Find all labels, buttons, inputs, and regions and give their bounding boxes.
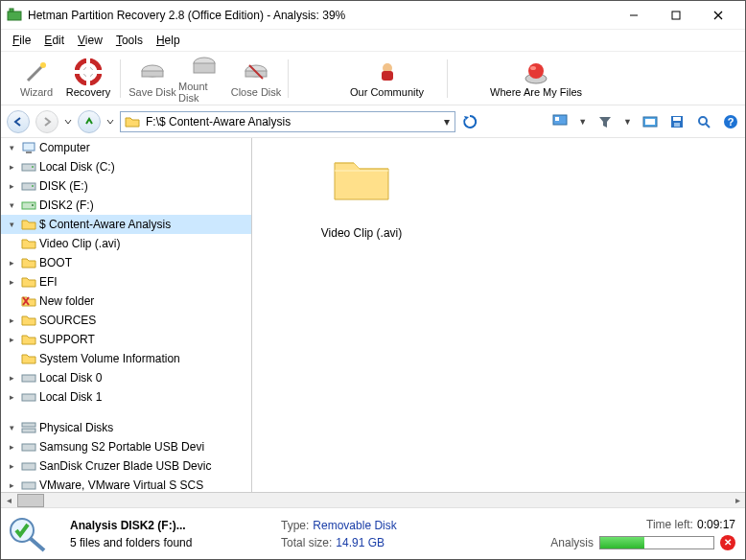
- app-icon: [7, 8, 22, 23]
- maximize-button[interactable]: [655, 2, 697, 29]
- nav-back-button[interactable]: [7, 110, 30, 133]
- svg-rect-51: [22, 482, 35, 489]
- nav-up-button[interactable]: [78, 110, 101, 133]
- svg-rect-3: [672, 12, 680, 19]
- nav-history-dropdown[interactable]: [64, 116, 72, 128]
- tree-node-disk-e[interactable]: ▸DISK (E:): [1, 176, 251, 196]
- separator: [120, 59, 121, 98]
- recovery-button[interactable]: Recovery: [62, 53, 114, 105]
- drive-icon: [21, 478, 36, 492]
- svg-rect-46: [22, 394, 35, 401]
- nav-forward-button[interactable]: [35, 110, 58, 133]
- status-size-label: Total size:: [281, 536, 332, 549]
- tree-node-sandisk[interactable]: ▸SanDisk Cruzer Blade USB Devic: [1, 456, 251, 476]
- where-files-link[interactable]: Where Are My Files: [473, 59, 599, 98]
- menu-help[interactable]: Help: [151, 32, 186, 49]
- svg-point-40: [32, 185, 34, 187]
- status-title: Analysis DISK2 (F:)...: [70, 519, 262, 532]
- preview-button[interactable]: [641, 113, 659, 130]
- tree-node-disk2-f[interactable]: ▾DISK2 (F:): [1, 196, 251, 215]
- menu-tools[interactable]: Tools: [110, 32, 149, 49]
- folder-tree[interactable]: ▾Computer ▸Local Disk (C:) ▸DISK (E:) ▾D…: [1, 138, 252, 492]
- view-mode-button[interactable]: [551, 113, 569, 130]
- tree-node-local-c[interactable]: ▸Local Disk (C:): [1, 157, 251, 176]
- drive-icon: [21, 370, 36, 385]
- folder-icon: [21, 351, 36, 366]
- chevron-down-icon[interactable]: ▾: [439, 115, 455, 128]
- svg-line-53: [30, 538, 44, 550]
- analysis-icon: [5, 513, 51, 555]
- save-disk-button[interactable]: Save Disk: [127, 53, 178, 105]
- chevron-down-icon[interactable]: ▼: [623, 117, 632, 127]
- wizard-button[interactable]: Wizard: [11, 53, 62, 105]
- drive-green-icon: [21, 198, 36, 213]
- svg-rect-35: [23, 143, 35, 151]
- svg-point-23: [530, 66, 536, 70]
- nav-up-dropdown[interactable]: [106, 116, 114, 128]
- tree-node-sources[interactable]: ▸SOURCES: [1, 311, 251, 330]
- content-pane[interactable]: Video Clip (.avi): [252, 138, 745, 492]
- tree-node-physical[interactable]: ▾Physical Disks: [1, 418, 251, 437]
- tree-node-computer[interactable]: ▾Computer: [1, 138, 251, 157]
- help-button[interactable]: ?: [722, 113, 739, 130]
- cancel-analysis-button[interactable]: ✕: [720, 535, 735, 550]
- status-analysis-label: Analysis: [550, 536, 594, 549]
- folder-icon: [21, 236, 36, 251]
- svg-point-22: [528, 63, 544, 79]
- menu-file[interactable]: File: [7, 32, 36, 49]
- tree-node-vmware[interactable]: ▸VMware, VMware Virtual S SCS: [1, 476, 251, 492]
- svg-rect-37: [22, 164, 35, 171]
- toolbar-community-group: Our Community: [333, 59, 441, 98]
- tree-node-local0[interactable]: ▸Local Disk 0: [1, 368, 251, 387]
- content-item-video-clip[interactable]: Video Clip (.avi): [304, 153, 419, 240]
- folder-icon: [125, 114, 140, 129]
- svg-rect-48: [22, 429, 35, 432]
- svg-rect-13: [142, 71, 163, 77]
- svg-rect-50: [22, 463, 35, 470]
- address-bar[interactable]: ▾: [120, 111, 455, 132]
- separator: [447, 59, 448, 98]
- tree-node-support[interactable]: ▸SUPPORT: [1, 330, 251, 349]
- disk-save-icon: [139, 58, 166, 85]
- main-body: ▾Computer ▸Local Disk (C:) ▸DISK (E:) ▾D…: [1, 138, 745, 492]
- status-type-label: Type:: [281, 519, 309, 532]
- scroll-right-icon[interactable]: ▸: [730, 495, 745, 505]
- chevron-down-icon[interactable]: ▼: [578, 117, 587, 127]
- status-found: 5 files and folders found: [70, 536, 262, 549]
- svg-rect-47: [22, 423, 35, 427]
- drive-icon: [21, 458, 36, 474]
- scroll-left-icon[interactable]: ◂: [1, 495, 16, 505]
- status-group-main: Analysis DISK2 (F:)... 5 files and folde…: [70, 519, 262, 549]
- filter-button[interactable]: [596, 113, 614, 130]
- tree-node-efi[interactable]: ▸EFI: [1, 272, 251, 292]
- menu-view[interactable]: View: [72, 32, 108, 49]
- svg-rect-0: [8, 12, 21, 20]
- window-title: Hetman Partition Recovery 2.8 (Office Ed…: [28, 9, 613, 22]
- drive-icon: [21, 159, 36, 175]
- menu-edit[interactable]: Edit: [38, 32, 70, 49]
- scroll-thumb[interactable]: [17, 494, 44, 507]
- address-input[interactable]: [144, 114, 439, 129]
- menubar: File Edit View Tools Help: [1, 30, 745, 52]
- tree-node-sysvol[interactable]: ▸System Volume Information: [1, 349, 251, 368]
- status-bar: Analysis DISK2 (F:)... 5 files and folde…: [1, 507, 745, 559]
- close-disk-button[interactable]: Close Disk: [230, 53, 282, 105]
- close-button[interactable]: [697, 2, 739, 29]
- progress-bar: [599, 536, 714, 549]
- lifebuoy-icon: [75, 58, 102, 85]
- mount-disk-button[interactable]: Mount Disk: [178, 53, 230, 105]
- tree-node-video-clip[interactable]: ▸Video Clip (.avi): [1, 234, 251, 253]
- community-link[interactable]: Our Community: [333, 59, 441, 98]
- minimize-button[interactable]: [613, 2, 655, 29]
- tree-node-content-aware[interactable]: ▾$ Content-Aware Analysis: [1, 215, 251, 234]
- refresh-button[interactable]: [461, 113, 478, 130]
- tree-node-local1[interactable]: ▸Local Disk 1: [1, 387, 251, 407]
- status-group-info: Type:Removable Disk Total size:14.91 GB: [281, 519, 463, 549]
- tree-node-boot[interactable]: ▸BOOT: [1, 253, 251, 272]
- status-timeleft-label: Time left:: [646, 518, 693, 531]
- search-button[interactable]: [695, 113, 712, 130]
- save-button[interactable]: [668, 113, 686, 130]
- tree-node-samsung[interactable]: ▸Samsung S2 Portable USB Devi: [1, 437, 251, 456]
- tree-node-new-folder[interactable]: ▸New folder: [1, 292, 251, 311]
- tree-hscrollbar[interactable]: ◂ ▸: [1, 492, 745, 507]
